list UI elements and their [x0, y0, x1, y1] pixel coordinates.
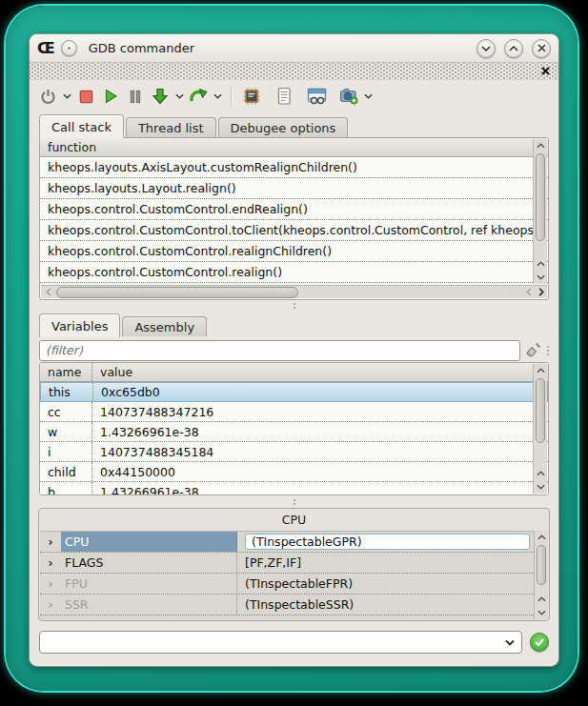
callstack-row[interactable]: kheops.layouts.AxisLayout.customRealignC… [40, 157, 548, 178]
show-cpu-button[interactable] [239, 84, 264, 109]
step-over-icon [189, 87, 209, 106]
show-output-button[interactable] [272, 84, 296, 109]
scrollbar-thumb[interactable] [56, 287, 298, 298]
register-value: (TInspectableFPR) [237, 574, 534, 594]
scroll-left-button[interactable] [41, 286, 56, 299]
minimize-button[interactable] [476, 39, 496, 58]
scrollbar-thumb[interactable] [536, 378, 545, 443]
tab-label: Call stack [51, 120, 112, 134]
show-watches-button[interactable] [304, 84, 329, 109]
splitter-handle[interactable] [30, 495, 558, 508]
cpu-vertical-scrollbar[interactable] [534, 531, 548, 619]
variable-row[interactable]: child 0x44150000 [40, 462, 548, 482]
variable-row[interactable]: i 140737488345184 [40, 442, 548, 462]
callstack-row[interactable]: kheops.layouts.Layout.realign() [40, 178, 548, 199]
splitter-handle[interactable] [30, 300, 558, 312]
variable-row[interactable]: w 1.43266961e-38 [40, 422, 548, 442]
cpu-row[interactable]: › FPU (TInspectableFPR) [40, 574, 534, 595]
variables-header[interactable]: name value [40, 363, 548, 382]
check-icon [535, 638, 544, 646]
scroll-left-button[interactable] [522, 286, 535, 299]
tab-thread-list[interactable]: Thread list [126, 117, 216, 137]
chevron-up-icon [537, 368, 545, 373]
scroll-up-button[interactable] [535, 531, 548, 544]
register-group-name: CPU [61, 532, 237, 552]
callstack-row[interactable]: kheops.control.CustomControl.realign() [40, 262, 548, 283]
scroll-right-button[interactable] [535, 286, 547, 299]
command-combobox[interactable] [39, 631, 522, 654]
step-over-dropdown-button[interactable] [211, 84, 224, 109]
callstack-row[interactable]: kheops.control.CustomControl.toClient(kh… [40, 220, 548, 241]
tab-debugee-options[interactable]: Debugee options [218, 117, 349, 137]
grip-dots-icon [294, 499, 295, 505]
cpu-row[interactable]: › CPU (TInspectableGPR) [40, 532, 534, 553]
step-over-button[interactable] [186, 84, 211, 109]
variables-vertical-scrollbar[interactable] [533, 364, 547, 494]
scroll-up-button[interactable] [534, 364, 547, 377]
scroll-up-button[interactable] [534, 257, 547, 271]
step-into-button[interactable] [148, 84, 172, 109]
clear-filter-button[interactable] [520, 339, 545, 362]
pin-button[interactable] [61, 40, 77, 56]
variable-row[interactable]: b 1.43266961e-38 [40, 482, 548, 495]
cpu-row[interactable]: › FLAGS [PF,ZF,IF] [40, 553, 534, 574]
scrollbar-track[interactable] [56, 286, 522, 299]
cpu-group-title: CPU [39, 509, 549, 530]
power-dropdown-button[interactable] [60, 84, 73, 109]
power-button[interactable] [35, 84, 60, 109]
tab-variables[interactable]: Variables [39, 313, 120, 337]
step-into-dropdown-button[interactable] [172, 84, 186, 109]
maximize-button[interactable] [504, 39, 523, 58]
add-watch-button[interactable] [336, 84, 361, 109]
tab-assembly[interactable]: Assembly [122, 316, 207, 336]
variable-value: 1.43266961e-38 [92, 482, 199, 495]
register-value-editor[interactable]: (TInspectableGPR) [245, 534, 530, 550]
variable-name: b [40, 482, 92, 495]
pause-icon [128, 89, 143, 105]
filter-input[interactable] [39, 340, 520, 361]
tab-label: Variables [51, 319, 108, 333]
chevron-up-icon [537, 143, 545, 149]
expander-icon[interactable]: › [40, 574, 61, 594]
callstack-function: kheops.layouts.Layout.realign() [48, 181, 236, 195]
close-icon [537, 44, 546, 52]
scrollbar-thumb[interactable] [537, 545, 546, 585]
stop-button[interactable] [73, 84, 98, 109]
scroll-down-button[interactable] [534, 271, 547, 284]
scroll-up-button[interactable] [534, 139, 547, 152]
scroll-down-button[interactable] [534, 480, 547, 494]
scroll-up-button[interactable] [534, 467, 547, 480]
titlebar: Œ GDB commander [30, 34, 558, 63]
pause-button[interactable] [123, 84, 148, 109]
callstack-function: kheops.layouts.AxisLayout.customRealignC… [48, 160, 357, 174]
tab-label: Debugee options [231, 121, 336, 135]
dock-close-button[interactable] [539, 64, 551, 77]
variable-row[interactable]: this 0xc65db0 [40, 382, 548, 402]
close-window-button[interactable] [532, 39, 551, 58]
combobox-dropdown-button[interactable] [498, 639, 521, 646]
column-function: function [40, 140, 96, 154]
execute-command-button[interactable] [530, 633, 549, 652]
scroll-down-button[interactable] [535, 606, 548, 619]
command-input[interactable] [40, 632, 498, 653]
chevron-up-icon [537, 535, 546, 540]
scrollbar-thumb[interactable] [536, 153, 545, 241]
callstack-header[interactable]: function [40, 138, 548, 157]
run-button[interactable] [98, 84, 123, 109]
cpu-row[interactable]: › SSR (TInspectableSSR) [40, 595, 534, 615]
callstack-horizontal-scrollbar[interactable] [41, 285, 547, 298]
gdb-commander-window: Œ GDB commander [29, 33, 559, 667]
expander-icon[interactable]: › [40, 595, 61, 615]
tab-call-stack[interactable]: Call stack [39, 114, 124, 138]
callstack-row[interactable]: kheops.control.CustomControl.realignChil… [40, 241, 548, 262]
callstack-tabbar: Call stack Thread list Debugee options [30, 112, 558, 137]
dock-grip-strip[interactable] [30, 63, 558, 80]
variable-row[interactable]: cc 140737488347216 [40, 402, 548, 422]
expander-icon[interactable]: › [40, 553, 61, 573]
scroll-up-button[interactable] [535, 593, 548, 606]
variable-name: i [40, 442, 92, 461]
add-watch-dropdown-button[interactable] [361, 84, 375, 109]
callstack-row[interactable]: kheops.control.CustomControl.endRealign(… [40, 199, 548, 220]
expander-icon[interactable]: › [40, 532, 61, 552]
callstack-vertical-scrollbar[interactable] [533, 139, 547, 284]
